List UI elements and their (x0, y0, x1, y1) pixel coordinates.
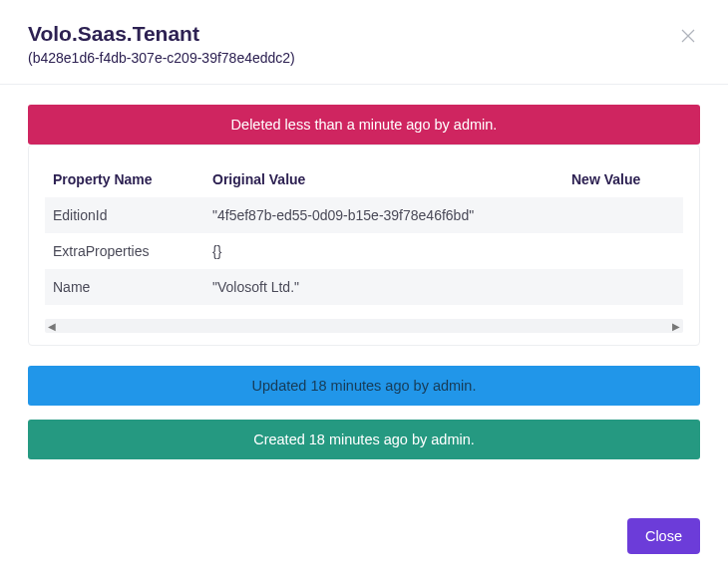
cell-original: "Volosoft Ltd." (204, 269, 563, 305)
created-banner[interactable]: Created 18 minutes ago by admin. (28, 420, 700, 459)
cell-original: "4f5ef87b-ed55-0d09-b15e-39f78e46f6bd" (204, 197, 563, 233)
close-button[interactable]: Close (627, 518, 700, 554)
modal-title: Volo.Saas.Tenant (28, 22, 295, 46)
cell-property: Name (45, 269, 204, 305)
change-card: Property Name Original Value New Value E… (28, 144, 700, 346)
cell-new (563, 269, 683, 305)
col-property: Property Name (45, 161, 204, 197)
cell-original: {} (204, 233, 563, 269)
changes-table: Property Name Original Value New Value E… (45, 161, 683, 305)
updated-banner[interactable]: Updated 18 minutes ago by admin. (28, 366, 700, 406)
scroll-right-icon: ▶ (672, 321, 680, 332)
audit-modal: Volo.Saas.Tenant (b428e1d6-f4db-307e-c20… (0, 0, 728, 576)
horizontal-scrollbar[interactable]: ◀ ▶ (45, 319, 683, 333)
modal-body: Deleted less than a minute ago by admin.… (0, 85, 728, 502)
table-row: ExtraProperties {} (45, 233, 683, 269)
table-row: EditionId "4f5ef87b-ed55-0d09-b15e-39f78… (45, 197, 683, 233)
created-banner-text: Created 18 minutes ago by admin. (253, 432, 475, 447)
table-row: Name "Volosoft Ltd." (45, 269, 683, 305)
modal-footer: Close (0, 502, 728, 576)
cell-property: ExtraProperties (45, 233, 204, 269)
updated-banner-text: Updated 18 minutes ago by admin. (252, 378, 477, 394)
cell-property: EditionId (45, 197, 204, 233)
modal-subtitle: (b428e1d6-f4db-307e-c209-39f78e4eddc2) (28, 50, 295, 66)
cell-new (563, 233, 683, 269)
deleted-banner[interactable]: Deleted less than a minute ago by admin. (28, 105, 700, 144)
modal-header: Volo.Saas.Tenant (b428e1d6-f4db-307e-c20… (0, 0, 728, 85)
title-block: Volo.Saas.Tenant (b428e1d6-f4db-307e-c20… (28, 22, 295, 66)
scroll-left-icon: ◀ (48, 321, 56, 332)
cell-new (563, 197, 683, 233)
col-original: Original Value (204, 161, 563, 197)
col-new: New Value (563, 161, 683, 197)
close-icon[interactable] (676, 22, 700, 52)
deleted-banner-text: Deleted less than a minute ago by admin. (231, 117, 498, 133)
